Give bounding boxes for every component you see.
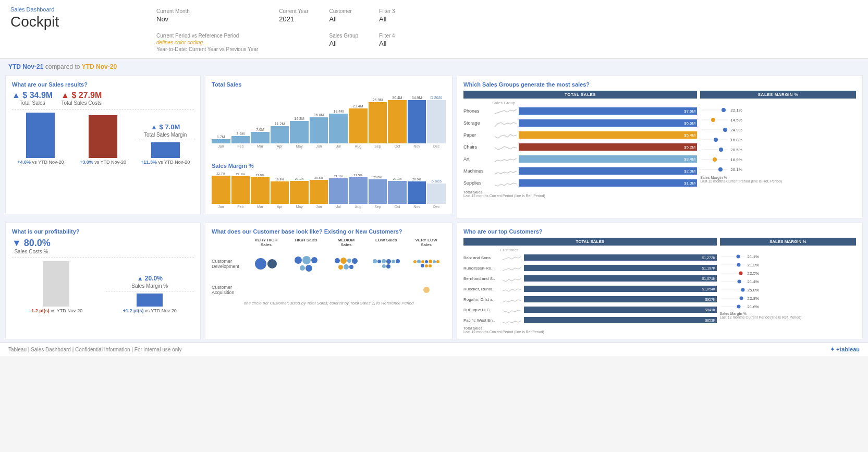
total-sales-metric: ▲ $ 34.9M Total Sales: [12, 91, 53, 106]
svg-point-9: [719, 148, 723, 152]
sg-margin-machines: 16.9%: [700, 156, 856, 163]
svg-point-15: [736, 255, 740, 259]
customer-label: Customer: [329, 8, 358, 14]
tc-row-rogahn: Rogahn, Crist a.. $957K: [463, 295, 717, 303]
tc-row-pacific: Pacific West En.. $853K: [463, 316, 717, 324]
svg-point-11: [713, 157, 717, 162]
sg-row-machines: Machines $2.0M: [463, 166, 697, 176]
bar-total-sales: +4.6% vs YTD Nov-20: [12, 113, 69, 165]
footer-text: Tableau | Sales Dashboard | Confidential…: [8, 347, 181, 352]
phones-sparkline: [494, 106, 517, 116]
costs-pct-metric: ▼ 80.0% Sales Costs %: [12, 238, 51, 254]
sales-groups-panel: Which Sales Groups generate the most sal…: [457, 76, 863, 218]
paper-sparkline: [494, 130, 517, 140]
svg-point-27: [737, 305, 740, 309]
art-sparkline: [494, 154, 517, 164]
sg-row-paper: Paper $5.4M: [463, 130, 697, 140]
filter-current-month: Current Month Nov Current Period vs Refe…: [156, 8, 258, 52]
current-month-label: Current Month: [156, 8, 258, 14]
svg-point-7: [714, 138, 718, 142]
sg-row-art: Art $3.4M: [463, 154, 697, 164]
top-customers-panel: Who are our top Customers? TOTAL SALES C…: [457, 223, 863, 339]
storage-sparkline: [494, 118, 517, 128]
tc-row-batz: Batz and Sons $1,272K: [463, 253, 717, 262]
filter-current-year: Current Year 2021: [279, 8, 308, 52]
total-sales-panel: Total Sales 1.7M Jan 3.6M Feb: [205, 76, 453, 214]
page-title: Cockpit: [10, 14, 146, 30]
prof-bars: -1.2 pt(s) vs YTD Nov-20 ▲ 20.0% Sales M…: [12, 261, 194, 313]
current-year-label: Current Year: [279, 8, 308, 14]
chairs-sparkline: [494, 142, 517, 152]
sg-row-chairs: Chairs $5.2M: [463, 142, 697, 152]
sg-margin-paper: 24.9%: [700, 126, 856, 133]
ytd-header: YTD Nov-21 compared to YTD Nov-20: [0, 59, 868, 72]
svg-point-5: [723, 128, 727, 132]
sg-row-storage: Storage $6.6M: [463, 118, 697, 128]
current-month-value: Nov: [156, 15, 258, 23]
sales-bars: +4.6% vs YTD Nov-20 +3.0% vs YTD Nov-20 …: [12, 113, 194, 165]
filter-filter3[interactable]: Filter 3 All Filter 4 All: [379, 8, 395, 52]
svg-point-21: [737, 280, 741, 284]
sg-margin-supplies: 20.1%: [700, 166, 856, 173]
sg-margin-phones: 22.1%: [700, 106, 856, 114]
sales-results-title: What are our Sales results?: [12, 81, 194, 88]
app-subtitle: Sales Dashboard: [10, 6, 146, 13]
sg-margin-art: 20.5%: [700, 146, 856, 153]
total-costs-metric: ▲ $ 27.9M Total Sales Costs: [61, 91, 102, 106]
sg-row-phones: Phones $7.6M: [463, 106, 697, 116]
footer: Tableau | Sales Dashboard | Confidential…: [0, 343, 868, 356]
svg-point-3: [711, 118, 715, 122]
supplies-sparkline: [494, 178, 517, 188]
bar-total-costs: +3.0% vs YTD Nov-20: [75, 113, 132, 165]
svg-point-13: [718, 167, 723, 172]
sg-margin-chairs: 16.8%: [700, 136, 856, 143]
filter-customer[interactable]: Customer All Sales Group All: [329, 8, 358, 52]
ytd-compare: compared to: [45, 63, 82, 70]
main-content: What are our Sales results? ▲ $ 34.9M To…: [0, 72, 868, 343]
header-filters: Current Month Nov Current Period vs Refe…: [156, 6, 858, 52]
tc-row-bernhard: Bernhard and S.. $1,071K: [463, 274, 717, 283]
customer-acq-row: CustomerAcquisition: [212, 282, 446, 298]
sales-margin-sub: Sales Margin % 22.7% Jan 22.1% Feb 21.9%: [212, 163, 446, 209]
sg-margin-storage: 14.5%: [700, 116, 856, 124]
tc-row-runolfsson: Runolfsson-Ro.. $1,197K: [463, 264, 717, 272]
current-year-value: 2021: [279, 15, 308, 23]
svg-point-25: [739, 297, 743, 300]
svg-point-19: [739, 272, 742, 275]
svg-point-1: [722, 108, 726, 112]
customer-dev-row: CustomerDevelopment: [212, 249, 446, 278]
bottom-row: What is our profitability? ▼ 80.0% Sales…: [5, 223, 863, 339]
svg-point-17: [737, 263, 740, 267]
profitability-panel: What is our profitability? ▼ 80.0% Sales…: [5, 223, 201, 339]
tableau-logo: ✦ +tableau: [830, 346, 860, 353]
ytd-previous: YTD Nov-20: [82, 63, 117, 70]
customer-value: All: [329, 15, 358, 23]
sales-results-panel: What are our Sales results? ▲ $ 34.9M To…: [5, 76, 201, 214]
header: Sales Dashboard Cockpit Current Month No…: [0, 0, 868, 59]
tc-row-dubuque: DuBuque LLC $941K: [463, 306, 717, 314]
total-sales-chart: 1.7M Jan 3.6M Feb 7.0M Mar: [212, 91, 446, 158]
header-left: Sales Dashboard Cockpit: [10, 6, 146, 30]
bar-total-margin: ▲ $ 7.0M Total Sales Margin +11.3% vs YT…: [137, 113, 194, 165]
total-sales-title: Total Sales: [212, 81, 446, 88]
sg-row-supplies: Supplies $1.3M: [463, 178, 697, 188]
tc-row-ruecker: Ruecker, Runol.. $1,054K: [463, 285, 717, 293]
customer-base-panel: What does our Customer base look like? E…: [205, 223, 453, 339]
svg-point-23: [741, 288, 744, 292]
top-row: What are our Sales results? ▲ $ 34.9M To…: [5, 76, 863, 218]
machines-sparkline: [494, 166, 517, 176]
ytd-current: YTD Nov-21: [8, 63, 43, 70]
